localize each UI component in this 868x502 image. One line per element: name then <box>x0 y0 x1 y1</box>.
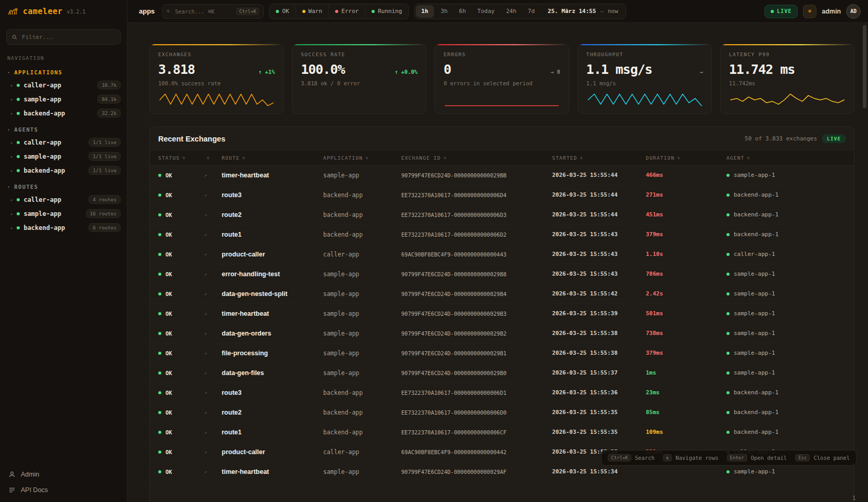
time-range-button[interactable]: 6h <box>453 4 471 19</box>
column-header[interactable]: AGENT ⇅ <box>726 155 846 161</box>
time-range-button[interactable]: Today <box>471 4 500 19</box>
column-header[interactable]: STARTED ⇅ <box>552 155 646 161</box>
table-row[interactable]: OK ↗ route2 backend-app EE7322370A10617-… <box>150 205 854 225</box>
user-name[interactable]: admin <box>822 8 841 15</box>
cell-open[interactable]: ↗ <box>204 271 222 277</box>
column-header[interactable]: APPLICATION ⇅ <box>323 155 401 161</box>
cell-open[interactable]: ↗ <box>204 231 222 237</box>
stat-title: THROUGHPUT <box>586 52 703 57</box>
cell-open[interactable]: ↗ <box>204 330 222 336</box>
time-range-button[interactable]: 1h <box>416 5 434 18</box>
table-row[interactable]: OK ↗ timer-heartbeat sample-app 90799F47… <box>150 165 854 185</box>
sidebar-item-agent[interactable]: ▸ caller-app 1/1 live <box>0 135 127 149</box>
table-row[interactable]: OK ↗ route2 backend-app EE7322370A10617-… <box>150 403 854 422</box>
cell-open[interactable]: ↗ <box>204 192 222 198</box>
cell-route: timer-heartbeat <box>222 172 323 179</box>
cell-application: sample-app <box>323 369 401 377</box>
sidebar-item-agent[interactable]: ▸ sample-app 1/1 live <box>0 149 127 163</box>
cell-open[interactable]: ↗ <box>204 429 222 435</box>
cell-agent: backend-app-1 <box>726 191 846 198</box>
status-filter[interactable]: Error <box>329 4 365 19</box>
sidebar-filter-input[interactable] <box>21 33 115 41</box>
cell-open[interactable]: ↗ <box>204 311 222 316</box>
table-row[interactable]: OK ↗ data-gen-files sample-app 90799F47E… <box>150 363 854 383</box>
cell-open[interactable]: ↗ <box>204 291 222 297</box>
cell-open[interactable]: ↗ <box>204 409 222 415</box>
section-routes[interactable]: ▾ ROUTES <box>0 177 127 192</box>
section-applications[interactable]: ▾ APPLICATIONS <box>0 63 127 78</box>
table-row[interactable]: OK ↗ data-gen-nested-split sample-app 90… <box>150 284 854 304</box>
status-filter[interactable]: Running <box>365 4 408 19</box>
cell-open[interactable]: ↗ <box>204 212 222 217</box>
cell-application: backend-app <box>323 211 401 218</box>
cell-exchange-id: 90799F47E6CD24D-00000000000029B8 <box>401 271 552 277</box>
table-row[interactable]: OK ↗ data-gen-orders sample-app 90799F47… <box>150 324 854 343</box>
api-docs-link[interactable]: API Docs <box>8 486 119 494</box>
cell-open[interactable]: ↗ <box>204 172 222 178</box>
live-toggle[interactable]: LIVE <box>764 5 798 18</box>
table-row[interactable]: OK ↗ route3 backend-app EE7322370A10617-… <box>150 383 854 403</box>
avatar[interactable]: AD <box>846 4 861 19</box>
cell-status: OK <box>158 192 204 198</box>
status-dot <box>17 198 20 201</box>
date-range[interactable]: 25. März 14:55 — now <box>541 8 626 15</box>
agent-dot <box>726 213 730 216</box>
cell-open[interactable]: ↗ <box>204 390 222 395</box>
cell-started: 2026-03-25 15:55:43 <box>552 251 646 258</box>
column-header[interactable]: STATUS ⇅ <box>158 155 204 161</box>
admin-link[interactable]: Admin <box>8 471 119 478</box>
time-range-button[interactable]: 24h <box>500 4 522 19</box>
cell-open[interactable]: ↗ <box>204 469 222 474</box>
column-header[interactable]: DURATION ⇅ <box>646 155 726 161</box>
cell-route: route1 <box>222 429 323 436</box>
sidebar-item-route[interactable]: ▸ caller-app 4 routes <box>0 192 127 207</box>
table-row[interactable]: OK ↗ route3 backend-app EE7322370A10617-… <box>150 185 854 205</box>
status-filter-label: Running <box>378 8 402 15</box>
cell-started: 2026-03-25 15:55:43 <box>552 271 646 277</box>
cell-open[interactable]: ↗ <box>204 449 222 455</box>
sidebar-item-application[interactable]: ▸ caller-app 10.7k <box>0 78 127 92</box>
table-row[interactable]: OK ↗ route1 backend-app EE7322370A10617-… <box>150 225 854 244</box>
cell-agent: backend-app-1 <box>726 409 846 416</box>
context-label: apps <box>139 7 155 15</box>
cell-open[interactable]: ↗ <box>204 251 222 257</box>
sidebar-item-route[interactable]: ▸ sample-app 16 routes <box>0 207 127 221</box>
table-row[interactable]: OK ↗ error-handling-test sample-app 9079… <box>150 264 854 284</box>
sidebar-item-label: caller-app <box>23 139 85 146</box>
column-header[interactable]: ROUTE ⇅ <box>222 155 323 161</box>
stat-title: ERRORS <box>443 52 560 57</box>
sidebar-item-route[interactable]: ▸ backend-app 6 routes <box>0 221 127 235</box>
open-detail-icon: ↗ <box>204 390 207 395</box>
column-header[interactable]: EXCHANGE ID ⇅ <box>401 155 552 161</box>
table-row[interactable]: OK ↗ timer-heartbeat sample-app 90799F47… <box>150 304 854 324</box>
sidebar-item-label: backend-app <box>23 110 94 117</box>
table-row[interactable]: OK ↗ product-caller caller-app 69AC90BF8… <box>150 244 854 264</box>
sort-icon: ⇅ <box>580 155 583 160</box>
global-search-input[interactable] <box>174 8 233 15</box>
time-range-button[interactable]: 3h <box>435 4 453 19</box>
avatar-initials: AD <box>850 8 857 14</box>
hint-kbd: Ctrl+K <box>608 454 631 461</box>
time-range-label: 7d <box>528 8 534 15</box>
topbar-right: LIVE ☀ admin AD <box>764 4 861 19</box>
cell-route: error-handling-test <box>222 271 323 278</box>
cell-route: route1 <box>222 231 323 238</box>
status-filter[interactable]: OK <box>270 4 296 19</box>
time-range-button[interactable]: 7d <box>522 4 540 19</box>
table-row[interactable]: OK ↗ file-processing sample-app 90799F47… <box>150 343 854 363</box>
cell-duration: 23ms <box>646 389 726 396</box>
chevron-right-icon: ▸ <box>10 211 13 216</box>
table-row[interactable]: OK ↗ route1 backend-app EE7322370A10617-… <box>150 422 854 442</box>
section-agents[interactable]: ▾ AGENTS <box>0 120 127 135</box>
api-docs-link-label: API Docs <box>21 486 48 494</box>
status-filter[interactable]: Warn <box>296 4 329 19</box>
cell-agent: sample-app-1 <box>726 468 846 475</box>
scrollbar-thumb[interactable] <box>863 25 866 108</box>
sidebar-item-application[interactable]: ▸ sample-app 84.1k <box>0 92 127 106</box>
cell-open[interactable]: ↗ <box>204 370 222 376</box>
sidebar-item-agent[interactable]: ▸ backend-app 1/1 live <box>0 163 127 177</box>
column-header[interactable]: ⇅ <box>204 155 222 160</box>
sidebar-item-application[interactable]: ▸ backend-app 32.2k <box>0 106 127 120</box>
theme-toggle-button[interactable]: ☀ <box>803 5 816 18</box>
cell-open[interactable]: ↗ <box>204 350 222 356</box>
